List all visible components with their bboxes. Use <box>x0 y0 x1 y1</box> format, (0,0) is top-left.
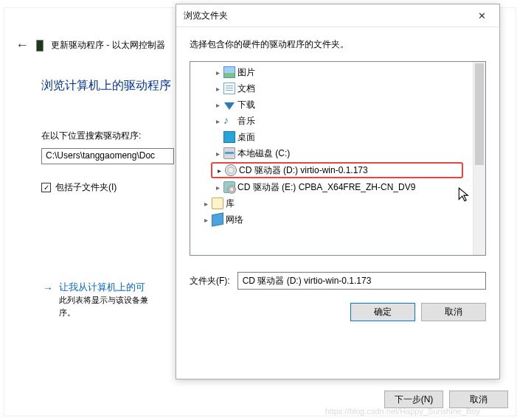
tree-item[interactable]: ▸CD 驱动器 (E:) CPBA_X64FRE_ZH-CN_DV9 <box>190 179 485 195</box>
wizard-title: 更新驱动程序 - 以太网控制器 <box>51 39 165 52</box>
dialog-close-button[interactable]: ✕ <box>467 7 496 25</box>
tree-item-label: 文档 <box>236 83 255 95</box>
next-button[interactable]: 下一步(N) <box>384 391 443 408</box>
expand-arrow-icon[interactable]: ▸ <box>212 85 223 93</box>
expand-arrow-icon[interactable]: ▸ <box>212 150 223 158</box>
music-icon: ♪ <box>223 115 236 127</box>
cd2-icon <box>223 181 236 193</box>
selected-folder-row: 文件夹(F): CD 驱动器 (D:) virtio-win-0.1.173 <box>190 272 486 290</box>
search-location-label: 在以下位置搜索驱动程序: <box>41 130 141 142</box>
tree-item[interactable]: ▸本地磁盘 (C:) <box>190 145 485 161</box>
ok-button[interactable]: 确定 <box>350 303 415 321</box>
cancel-button[interactable]: 取消 <box>421 303 486 321</box>
dl-icon <box>223 100 236 110</box>
tree-item[interactable]: ▸网络 <box>190 211 485 228</box>
expand-arrow-icon[interactable]: ▸ <box>212 69 223 77</box>
back-arrow-icon[interactable]: ← <box>15 38 29 53</box>
desk-icon <box>223 131 236 143</box>
link-desc-2: 序。 <box>59 307 148 319</box>
tree-item-label: 网络 <box>224 214 243 226</box>
link-desc-1: 此列表将显示与该设备兼 <box>59 294 148 307</box>
tree-item[interactable]: 桌面 <box>190 129 485 145</box>
checkbox-icon: ✓ <box>41 183 51 192</box>
folder-label: 文件夹(F): <box>190 275 230 287</box>
wizard-heading: 浏览计算机上的驱动程序 <box>41 78 171 94</box>
tree-item[interactable]: ▸下载 <box>190 97 485 113</box>
path-input[interactable]: C:\Users\tanggaomeng\Doc <box>41 148 174 164</box>
expand-arrow-icon[interactable]: ▸ <box>212 101 223 109</box>
dialog-title: 浏览文件夹 <box>184 10 228 22</box>
tree-item-label: CD 驱动器 (E:) CPBA_X64FRE_ZH-CN_DV9 <box>236 181 415 194</box>
tree-item-label: 本地磁盘 (C:) <box>236 147 290 160</box>
scrollbar[interactable] <box>473 62 485 255</box>
cursor-icon <box>457 186 473 203</box>
tree-item[interactable]: ▸库 <box>190 195 485 211</box>
tree-item[interactable]: ▸CD 驱动器 (D:) virtio-win-0.1.173 <box>211 162 463 178</box>
tree-item[interactable]: ▸图片 <box>190 64 485 80</box>
lib-icon <box>211 197 224 209</box>
tree-item[interactable]: ▸♪音乐 <box>190 113 485 129</box>
pic-icon <box>223 66 236 78</box>
dialog-instruction: 选择包含你的硬件的驱动程序的文件夹。 <box>190 38 486 51</box>
dialog-titlebar: 浏览文件夹 ✕ <box>176 4 499 27</box>
expand-arrow-icon[interactable]: ▸ <box>201 200 211 208</box>
folder-tree[interactable]: ▸图片▸文档▸下载▸♪音乐桌面▸本地磁盘 (C:)▸CD 驱动器 (D:) vi… <box>190 61 486 256</box>
net-icon <box>211 214 224 225</box>
tree-item-label: 下载 <box>236 99 255 111</box>
checkbox-label: 包括子文件夹(I) <box>55 181 117 194</box>
include-subfolders-checkbox[interactable]: ✓ 包括子文件夹(I) <box>41 181 117 194</box>
disk-icon <box>223 147 236 159</box>
tree-item-label: 图片 <box>236 66 255 79</box>
tree-item-label: 桌面 <box>236 131 255 144</box>
device-icon <box>36 40 44 52</box>
cd-icon <box>224 164 237 176</box>
doc-icon <box>223 83 236 94</box>
tree-item-label: 库 <box>224 197 235 210</box>
tree-item-label: CD 驱动器 (D:) virtio-win-0.1.173 <box>237 164 368 177</box>
arrow-right-icon: → <box>43 282 53 318</box>
tree-item-label: 音乐 <box>236 115 255 127</box>
wizard-header: ← 更新驱动程序 - 以太网控制器 <box>15 38 165 53</box>
link-title: 让我从计算机上的可 <box>59 281 148 294</box>
browse-folder-dialog: 浏览文件夹 ✕ 选择包含你的硬件的驱动程序的文件夹。 ▸图片▸文档▸下载▸♪音乐… <box>176 4 500 379</box>
expand-arrow-icon[interactable]: ▸ <box>212 183 223 192</box>
wizard-footer: 下一步(N) 取消 <box>384 391 508 408</box>
wizard-cancel-button[interactable]: 取消 <box>449 391 508 408</box>
tree-item[interactable]: ▸文档 <box>190 80 485 97</box>
expand-arrow-icon[interactable]: ▸ <box>201 216 211 224</box>
pick-from-list-link[interactable]: → 让我从计算机上的可 此列表将显示与该设备兼 序。 <box>43 281 148 318</box>
expand-arrow-icon[interactable]: ▸ <box>214 167 224 175</box>
expand-arrow-icon[interactable]: ▸ <box>212 117 223 125</box>
dialog-footer: 确定 取消 <box>190 303 486 321</box>
folder-input[interactable]: CD 驱动器 (D:) virtio-win-0.1.173 <box>237 272 486 290</box>
